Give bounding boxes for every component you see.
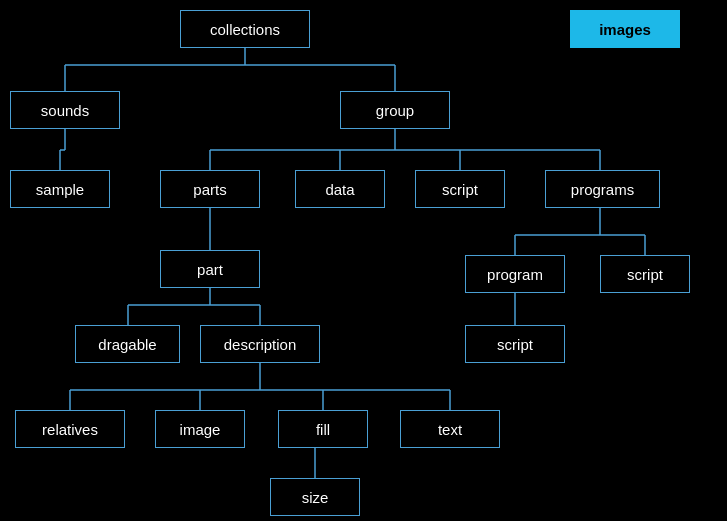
label-collections: collections xyxy=(210,21,280,38)
label-parts: parts xyxy=(193,181,226,198)
node-relatives: relatives xyxy=(15,410,125,448)
label-sample: sample xyxy=(36,181,84,198)
node-parts: parts xyxy=(160,170,260,208)
label-programs: programs xyxy=(571,181,634,198)
node-sounds: sounds xyxy=(10,91,120,129)
node-description: description xyxy=(200,325,320,363)
node-dragable: dragable xyxy=(75,325,180,363)
node-images: images xyxy=(570,10,680,48)
node-collections: collections xyxy=(180,10,310,48)
label-text: text xyxy=(438,421,462,438)
node-sample: sample xyxy=(10,170,110,208)
node-fill: fill xyxy=(278,410,368,448)
label-sounds: sounds xyxy=(41,102,89,119)
label-script3: script xyxy=(497,336,533,353)
label-script2: script xyxy=(627,266,663,283)
label-size: size xyxy=(302,489,329,506)
node-size: size xyxy=(270,478,360,516)
node-script2: script xyxy=(600,255,690,293)
label-data: data xyxy=(325,181,354,198)
node-group: group xyxy=(340,91,450,129)
node-script3: script xyxy=(465,325,565,363)
node-programs: programs xyxy=(545,170,660,208)
node-image: image xyxy=(155,410,245,448)
label-fill: fill xyxy=(316,421,330,438)
label-relatives: relatives xyxy=(42,421,98,438)
node-script1: script xyxy=(415,170,505,208)
label-image: image xyxy=(180,421,221,438)
node-text: text xyxy=(400,410,500,448)
label-description: description xyxy=(224,336,297,353)
label-images: images xyxy=(599,21,651,38)
label-group: group xyxy=(376,102,414,119)
label-dragable: dragable xyxy=(98,336,156,353)
label-part: part xyxy=(197,261,223,278)
node-program: program xyxy=(465,255,565,293)
label-script1: script xyxy=(442,181,478,198)
node-part: part xyxy=(160,250,260,288)
node-data: data xyxy=(295,170,385,208)
label-program: program xyxy=(487,266,543,283)
